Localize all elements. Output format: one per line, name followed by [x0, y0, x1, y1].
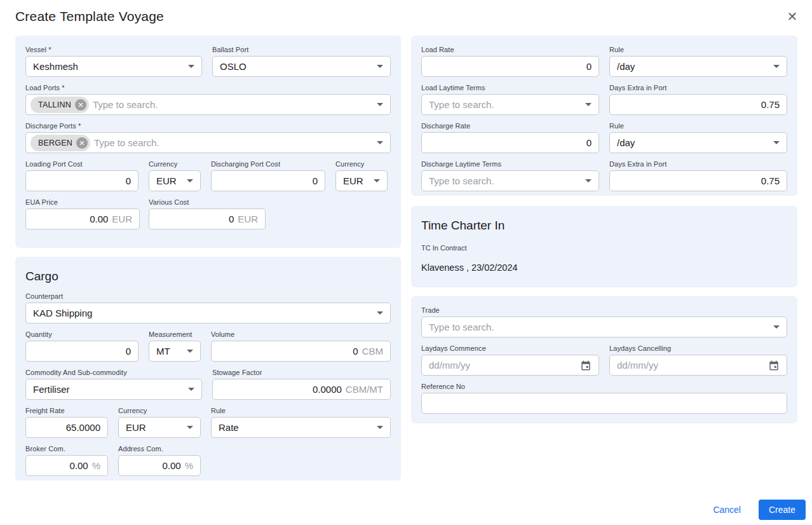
tc-in-contract-label: TC In Contract	[421, 244, 787, 252]
eua-price-value: 0.00	[33, 214, 108, 224]
discharge-rule-label: Rule	[609, 122, 787, 130]
load-days-extra-input[interactable]: 0.75	[609, 94, 787, 115]
freight-rate-value: 65.0000	[33, 422, 100, 433]
loading-port-cost-input[interactable]: 0	[25, 170, 139, 191]
quantity-input[interactable]: 0	[25, 341, 139, 362]
eua-price-unit: EUR	[112, 214, 132, 224]
load-rule-label: Rule	[609, 46, 787, 53]
freight-currency-label: Currency	[118, 407, 201, 414]
eua-price-input[interactable]: 0.00 EUR	[25, 208, 140, 229]
calendar-icon[interactable]	[580, 360, 592, 371]
chevron-down-icon	[377, 426, 383, 429]
ballast-port-value: OSLO	[220, 61, 370, 72]
various-cost-input[interactable]: 0 EUR	[149, 208, 266, 229]
cancel-button[interactable]: Cancel	[700, 500, 754, 520]
load-rule-select[interactable]: /day	[609, 56, 787, 77]
address-com-label: Address Com.	[118, 445, 201, 453]
tc-in-contract-value: Klaveness , 23/02/2024	[421, 262, 787, 273]
discharging-currency-select[interactable]: EUR	[335, 170, 388, 191]
chevron-down-icon	[585, 179, 592, 182]
trade-search-select[interactable]: Type to search.	[421, 317, 787, 338]
chevron-down-icon	[377, 311, 383, 315]
measurement-select[interactable]: MT	[149, 341, 201, 362]
load-rate-input[interactable]: 0	[421, 56, 599, 77]
footer-actions: Cancel Create	[700, 500, 806, 520]
laydays-cancelling-placeholder: dd/mm/yy	[617, 360, 764, 371]
discharge-port-chip-label: BERGEN	[38, 139, 72, 147]
load-laytime-terms-search-select[interactable]: Type to search.	[421, 94, 599, 115]
address-com-value: 0.00	[126, 460, 181, 471]
counterpart-select[interactable]: KAD Shipping	[25, 303, 391, 324]
chevron-down-icon	[188, 65, 194, 68]
discharge-laytime-terms-search-select[interactable]: Type to search.	[421, 170, 599, 191]
volume-unit: CBM	[362, 346, 383, 357]
discharge-days-extra-input[interactable]: 0.75	[609, 170, 787, 191]
broker-com-input[interactable]: 0.00 %	[25, 455, 108, 476]
chevron-down-icon	[188, 388, 194, 391]
counterpart-value: KAD Shipping	[33, 308, 370, 318]
laydays-cancelling-date-input[interactable]: dd/mm/yy	[609, 355, 787, 376]
discharge-ports-search-select[interactable]: BERGEN ✕ Type to search.	[25, 132, 391, 153]
volume-label: Volume	[211, 331, 391, 338]
reference-no-label: Reference No	[421, 383, 787, 390]
broker-com-value: 0.00	[33, 460, 88, 471]
circle-close-icon[interactable]: ✕	[76, 137, 88, 149]
chevron-down-icon	[374, 179, 380, 182]
laydays-commence-date-input[interactable]: dd/mm/yy	[421, 355, 599, 376]
chevron-down-icon	[187, 426, 193, 429]
loading-currency-value: EUR	[156, 175, 180, 186]
discharging-port-cost-label: Discharging Port Cost	[211, 160, 325, 168]
discharging-currency-label: Currency	[335, 160, 388, 168]
stowage-factor-input[interactable]: 0.0000 CBM/MT	[212, 379, 391, 400]
loading-port-cost-value: 0	[33, 175, 131, 186]
cargo-panel: Cargo Counterpart KAD Shipping Quantity …	[15, 257, 401, 481]
discharge-days-extra-label: Days Extra in Port	[609, 160, 787, 168]
measurement-value: MT	[156, 346, 180, 357]
discharging-port-cost-input[interactable]: 0	[211, 170, 325, 191]
address-com-input[interactable]: 0.00 %	[118, 455, 201, 476]
laydays-commence-label: Laydays Commence	[421, 344, 599, 352]
chevron-down-icon	[585, 103, 592, 106]
discharging-port-cost-value: 0	[219, 175, 318, 186]
discharge-rate-input[interactable]: 0	[421, 132, 599, 153]
discharge-ports-label: Discharge Ports *	[25, 122, 391, 130]
address-com-unit: %	[185, 460, 193, 471]
chevron-down-icon	[773, 141, 780, 144]
ballast-port-label: Ballast Port	[212, 46, 391, 53]
close-icon[interactable]: ✕	[785, 9, 800, 24]
freight-rate-label: Freight Rate	[25, 407, 108, 414]
vessel-label: Vessel *	[25, 46, 202, 53]
volume-input[interactable]: 0 CBM	[211, 341, 391, 362]
freight-rate-input[interactable]: 65.0000	[25, 417, 108, 438]
ballast-port-select[interactable]: OSLO	[212, 56, 391, 77]
load-ports-search-select[interactable]: TALLINN ✕ Type to search.	[25, 94, 391, 115]
commodity-value: Fertiliser	[33, 384, 182, 395]
load-rate-value: 0	[429, 61, 592, 72]
commodity-select[interactable]: Fertiliser	[25, 379, 202, 400]
load-ports-placeholder: Type to search.	[93, 99, 370, 110]
freight-currency-value: EUR	[126, 422, 180, 433]
circle-close-icon[interactable]: ✕	[75, 99, 86, 111]
discharge-port-chip: BERGEN ✕	[30, 135, 90, 151]
chevron-down-icon	[377, 141, 383, 144]
calendar-icon[interactable]	[768, 360, 780, 371]
load-days-extra-label: Days Extra in Port	[609, 84, 787, 92]
discharge-rule-select[interactable]: /day	[609, 132, 787, 153]
trade-placeholder: Type to search.	[429, 322, 767, 332]
chevron-down-icon	[377, 103, 383, 106]
discharge-rate-value: 0	[429, 137, 592, 148]
create-button[interactable]: Create	[759, 500, 806, 520]
freight-rule-select[interactable]: Rate	[211, 417, 391, 438]
chevron-down-icon	[773, 325, 780, 329]
loading-currency-select[interactable]: EUR	[149, 170, 201, 191]
discharge-rate-label: Discharge Rate	[421, 122, 599, 130]
laydays-commence-placeholder: dd/mm/yy	[429, 360, 576, 371]
load-laytime-terms-placeholder: Type to search.	[429, 99, 579, 110]
stowage-factor-unit: CBM/MT	[346, 384, 383, 395]
freight-currency-select[interactable]: EUR	[118, 417, 201, 438]
volume-value: 0	[219, 346, 358, 357]
reference-no-input[interactable]	[421, 393, 787, 414]
discharge-ports-placeholder: Type to search.	[94, 137, 370, 148]
load-laytime-terms-label: Load Laytime Terms	[421, 84, 599, 92]
vessel-select[interactable]: Keshmesh	[25, 56, 202, 77]
